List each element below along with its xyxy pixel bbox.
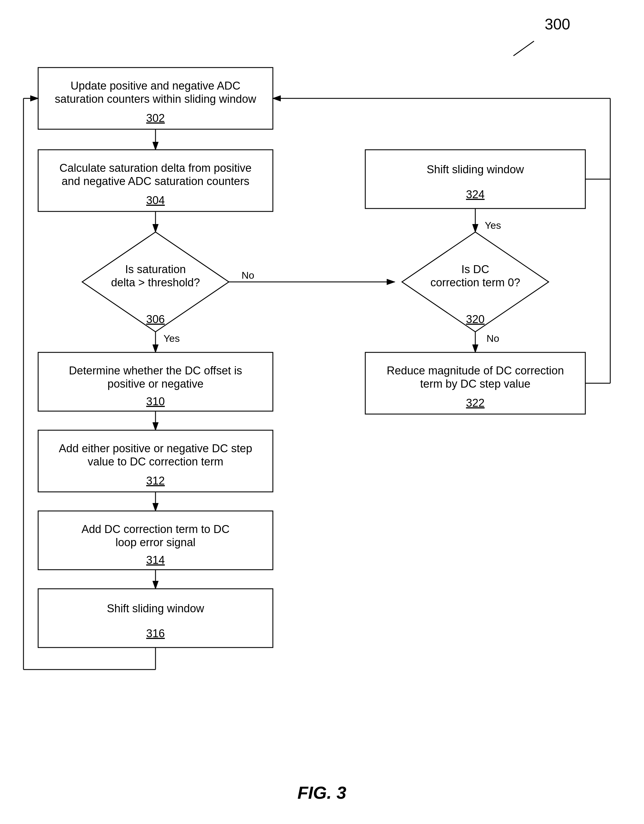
box-324-line1: Shift sliding window <box>426 163 524 175</box>
box-314-line2: loop error signal <box>116 536 195 549</box>
diamond-320-line2: correction term 0? <box>431 276 520 289</box>
diamond-306-line2: delta > threshold? <box>111 276 200 289</box>
box-312-ref: 312 <box>146 475 165 487</box>
box-310-line2: positive or negative <box>107 378 203 390</box>
box-310-line1: Determine whether the DC offset is <box>69 364 242 377</box>
box-304-ref: 304 <box>146 194 165 206</box>
figure-label: FIG. 3 <box>297 783 347 802</box>
diamond-306-line1: Is saturation <box>125 263 186 275</box>
box-322-ref: 322 <box>466 397 485 409</box>
box-304-line1: Calculate saturation delta from positive <box>60 162 252 174</box>
box-322-line1: Reduce magnitude of DC correction <box>387 364 564 377</box>
flowchart-container: 300 Update positive and negative ADC sat… <box>0 0 644 824</box>
box-310-ref: 310 <box>146 395 165 407</box>
label-no-320: No <box>486 333 499 344</box>
label-no-306: No <box>241 270 254 281</box>
label-yes-306: Yes <box>163 333 179 344</box>
svg-line-2 <box>514 41 534 56</box>
box-324-ref: 324 <box>466 188 485 201</box>
box-304-line2: and negative ADC saturation counters <box>61 175 249 188</box>
box-314-line1: Add DC correction term to DC <box>81 523 230 535</box>
box-316-ref: 316 <box>146 627 165 640</box>
box-302-line2: saturation counters within sliding windo… <box>55 93 256 105</box>
diamond-306-ref: 306 <box>146 313 165 325</box>
box-322-line2: term by DC step value <box>420 378 531 390</box>
box-312-line1: Add either positive or negative DC step <box>59 442 252 455</box>
box-302-line1: Update positive and negative ADC <box>71 80 241 92</box>
diamond-320-ref: 320 <box>466 313 485 325</box>
box-314-ref: 314 <box>146 554 165 566</box>
diagram-ref-number: 300 <box>545 15 570 32</box>
box-302-ref: 302 <box>146 112 165 124</box>
diamond-320-line1: Is DC <box>462 263 489 275</box>
label-yes-320: Yes <box>485 220 501 231</box>
box-316-line1: Shift sliding window <box>107 602 204 615</box>
box-312-line2: value to DC correction term <box>88 455 224 468</box>
